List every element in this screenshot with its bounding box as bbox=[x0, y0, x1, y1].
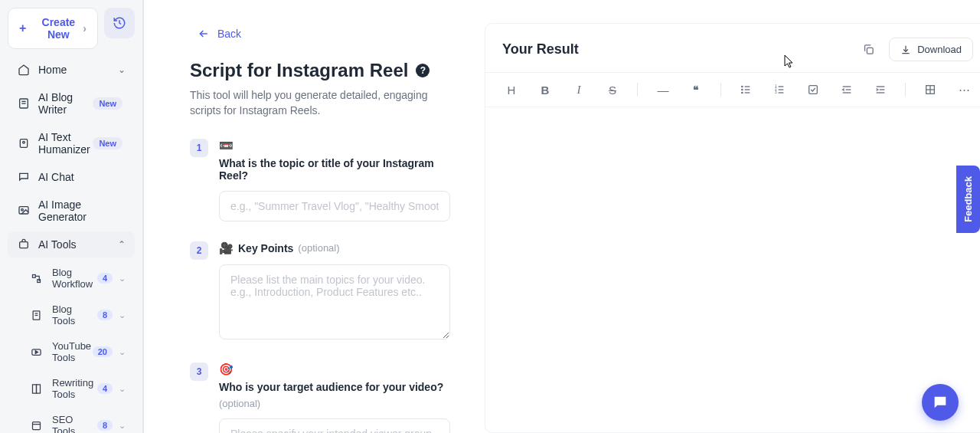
indent-button[interactable] bbox=[871, 80, 890, 99]
horizontal-rule-button[interactable]: — bbox=[653, 80, 671, 99]
toolbar-separator bbox=[637, 83, 638, 97]
image-icon bbox=[17, 205, 31, 217]
outdent-button[interactable] bbox=[838, 80, 856, 99]
svg-point-29 bbox=[742, 92, 743, 93]
download-button[interactable]: Download bbox=[889, 38, 973, 61]
svg-point-27 bbox=[742, 89, 743, 90]
topic-input[interactable] bbox=[219, 191, 450, 221]
rewriting-icon bbox=[31, 383, 44, 395]
page-title: Script for Instagram Reel ? bbox=[190, 60, 450, 81]
chevron-down-icon: ⌄ bbox=[119, 384, 126, 394]
checklist-button[interactable] bbox=[804, 80, 822, 99]
sub-item-rewriting-tools[interactable]: Rewriting Tools 4 ⌄ bbox=[21, 371, 135, 406]
field-audience: 3 🎯 Who is your target audience for your… bbox=[190, 362, 450, 433]
feedback-tab[interactable]: Feedback bbox=[956, 166, 980, 233]
back-label: Back bbox=[217, 28, 241, 40]
help-icon[interactable]: ? bbox=[416, 64, 430, 77]
count-badge: 8 bbox=[97, 420, 113, 431]
blockquote-button[interactable]: ❝ bbox=[687, 80, 705, 99]
new-badge: New bbox=[93, 97, 122, 110]
nav-item-ai-tools[interactable]: AI Tools ⌃ bbox=[8, 231, 135, 258]
nav: Home ⌄ AI Blog Writer New AI Text Humani… bbox=[8, 57, 135, 433]
nav-label: AI Chat bbox=[38, 171, 126, 183]
chevron-down-icon: ⌄ bbox=[118, 64, 126, 75]
page-description: This tool will help you generate detaile… bbox=[190, 87, 450, 119]
nav-item-humanizer[interactable]: AI Text Humanizer New bbox=[8, 124, 135, 162]
result-column: Your Result Download H B I bbox=[469, 0, 980, 433]
create-new-button[interactable]: + Create New › bbox=[8, 8, 98, 49]
nav-label: AI Text Humanizer bbox=[38, 131, 93, 156]
table-button[interactable] bbox=[921, 80, 939, 99]
svg-rect-24 bbox=[867, 48, 874, 54]
field-keypoints: 2 🎥 Key Points (optional) bbox=[190, 241, 450, 343]
chevron-down-icon: ⌄ bbox=[119, 421, 126, 431]
table-icon bbox=[924, 84, 936, 96]
toolbar-separator bbox=[905, 83, 906, 97]
copy-button[interactable] bbox=[859, 40, 878, 59]
bullet-list-icon bbox=[740, 84, 752, 96]
sub-label: SEO Tools bbox=[52, 414, 97, 433]
svg-rect-16 bbox=[37, 384, 41, 392]
count-badge: 4 bbox=[97, 273, 113, 284]
back-button[interactable]: Back bbox=[190, 23, 249, 44]
chat-bubble-icon bbox=[932, 394, 949, 411]
count-badge: 20 bbox=[93, 346, 113, 357]
sub-item-youtube-tools[interactable]: YouTube Tools 20 ⌄ bbox=[21, 334, 135, 369]
new-badge: New bbox=[93, 137, 122, 149]
ordered-list-button[interactable]: 123 bbox=[770, 80, 789, 99]
svg-rect-17 bbox=[33, 422, 41, 429]
result-title: Your Result bbox=[502, 41, 579, 57]
download-icon bbox=[900, 44, 911, 55]
nav-label: AI Tools bbox=[38, 238, 118, 251]
chevron-up-icon: ⌃ bbox=[118, 239, 126, 250]
sub-label: Rewriting Tools bbox=[52, 377, 97, 400]
bold-button[interactable]: B bbox=[536, 80, 554, 99]
keypoints-textarea[interactable] bbox=[219, 264, 450, 340]
arrow-left-icon bbox=[198, 28, 210, 40]
nav-label: AI Blog Writer bbox=[38, 91, 93, 116]
nav-item-blog-writer[interactable]: AI Blog Writer New bbox=[8, 84, 135, 123]
sub-item-blog-tools[interactable]: Blog Tools 8 ⌄ bbox=[21, 297, 135, 333]
chevron-down-icon: ⌄ bbox=[119, 310, 126, 320]
history-button[interactable] bbox=[104, 8, 135, 38]
sub-item-seo-tools[interactable]: SEO Tools 8 ⌄ bbox=[21, 408, 135, 433]
nav-label: AI Image Generator bbox=[38, 198, 126, 223]
sub-item-blog-workflow[interactable]: Blog Workflow 4 ⌄ bbox=[21, 261, 135, 296]
plus-icon: + bbox=[19, 21, 26, 35]
home-icon bbox=[17, 64, 31, 76]
tools-icon bbox=[17, 238, 31, 251]
toolbar-separator bbox=[720, 83, 721, 97]
nav-item-home[interactable]: Home ⌄ bbox=[8, 57, 135, 83]
chevron-down-icon: ⌄ bbox=[119, 347, 126, 357]
count-badge: 8 bbox=[97, 310, 113, 320]
bullet-list-button[interactable] bbox=[737, 80, 755, 99]
svg-rect-15 bbox=[33, 384, 37, 392]
sub-nav: Blog Workflow 4 ⌄ Blog Tools 8 ⌄ YouTube… bbox=[8, 261, 135, 433]
svg-text:3: 3 bbox=[775, 90, 777, 94]
sub-label: Blog Workflow bbox=[52, 267, 97, 290]
svg-point-25 bbox=[742, 86, 743, 87]
main: Back Script for Instagram Reel ? This to… bbox=[144, 0, 980, 433]
chat-fab[interactable] bbox=[922, 384, 959, 421]
audience-input[interactable] bbox=[219, 418, 450, 433]
more-button[interactable]: ⋯ bbox=[955, 80, 973, 99]
copy-icon bbox=[862, 43, 875, 56]
field-emoji-icon: 🎯 bbox=[219, 362, 234, 376]
italic-button[interactable]: I bbox=[570, 80, 588, 99]
blog-icon bbox=[17, 97, 31, 110]
svg-marker-14 bbox=[35, 350, 38, 353]
nav-item-image-gen[interactable]: AI Image Generator bbox=[8, 192, 135, 230]
svg-rect-8 bbox=[33, 274, 36, 277]
create-new-label: Create New bbox=[34, 16, 83, 41]
svg-point-6 bbox=[21, 208, 24, 211]
field-emoji-icon: 📼 bbox=[219, 139, 234, 153]
field-number: 3 bbox=[190, 362, 208, 381]
heading-button[interactable]: H bbox=[502, 80, 521, 99]
sub-label: Blog Tools bbox=[52, 303, 97, 326]
field-label: 🎥 Key Points (optional) bbox=[219, 241, 450, 255]
outdent-icon bbox=[841, 84, 853, 96]
strikethrough-button[interactable]: S bbox=[603, 80, 622, 99]
svg-rect-7 bbox=[20, 242, 28, 248]
nav-item-chat[interactable]: AI Chat bbox=[8, 164, 135, 190]
field-topic: 1 📼 What is the topic or title of your I… bbox=[190, 139, 450, 221]
